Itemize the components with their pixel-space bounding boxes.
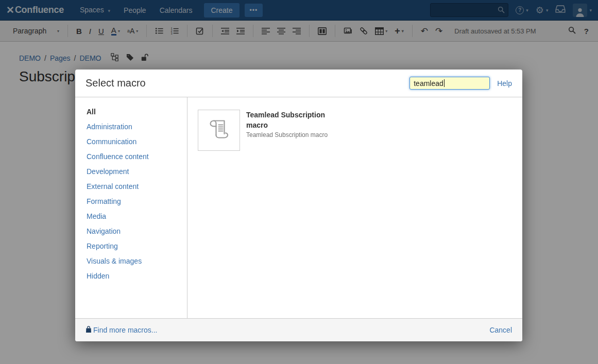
category-formatting[interactable]: Formatting [87, 197, 187, 206]
text-caret [444, 79, 445, 87]
macro-result-text: Teamlead Subscription macro Teamlead Sub… [246, 110, 347, 151]
category-external-content[interactable]: External content [87, 182, 187, 191]
category-communication[interactable]: Communication [87, 137, 187, 146]
category-link: Visuals & images [87, 257, 142, 265]
select-macro-dialog: Select macro teamlead Help All Administr… [75, 70, 522, 341]
find-more-macros-link[interactable]: Find more macros... [86, 326, 157, 335]
marketplace-icon [86, 326, 92, 335]
category-navigation[interactable]: Navigation [87, 227, 187, 236]
macro-result-description: Teamlead Subscription macro [246, 131, 347, 138]
category-link: Formatting [87, 197, 121, 205]
macro-icon-box [198, 110, 240, 151]
dialog-body: All Administration Communication Conflue… [75, 97, 522, 318]
category-reporting[interactable]: Reporting [87, 241, 187, 251]
category-media[interactable]: Media [87, 212, 187, 221]
macro-result-item[interactable]: Teamlead Subscription macro Teamlead Sub… [198, 110, 352, 151]
category-administration[interactable]: Administration [87, 122, 187, 131]
category-link: Development [87, 167, 129, 176]
category-link: External content [87, 182, 139, 190]
category-development[interactable]: Development [87, 167, 187, 176]
cancel-button[interactable]: Cancel [489, 326, 512, 334]
category-all[interactable]: All [87, 107, 187, 116]
category-link: Administration [87, 123, 132, 131]
dialog-help-link[interactable]: Help [497, 79, 512, 88]
dialog-title: Select macro [86, 77, 146, 89]
dialog-footer: Find more macros... Cancel [75, 318, 522, 341]
macro-search-input[interactable]: teamlead [409, 77, 490, 90]
find-more-macros-label: Find more macros... [93, 326, 157, 334]
macro-results: Teamlead Subscription macro Teamlead Sub… [187, 97, 522, 318]
dialog-header-right: teamlead Help [409, 77, 512, 90]
category-link: Navigation [87, 227, 121, 235]
category-link: Communication [87, 137, 136, 146]
macro-search-value: teamlead [414, 79, 443, 88]
category-confluence-content[interactable]: Confluence content [87, 152, 187, 161]
category-link: Hidden [87, 272, 109, 280]
macro-result-title: Teamlead Subscription macro [246, 110, 347, 130]
category-link: Media [87, 212, 106, 220]
macro-category-list: All Administration Communication Conflue… [75, 97, 187, 318]
category-hidden[interactable]: Hidden [87, 271, 187, 281]
dialog-header: Select macro teamlead Help [75, 70, 522, 97]
scroll-macro-icon [206, 116, 232, 144]
category-link: Confluence content [87, 152, 149, 161]
category-visuals-images[interactable]: Visuals & images [87, 256, 187, 266]
category-link: Reporting [87, 242, 118, 250]
